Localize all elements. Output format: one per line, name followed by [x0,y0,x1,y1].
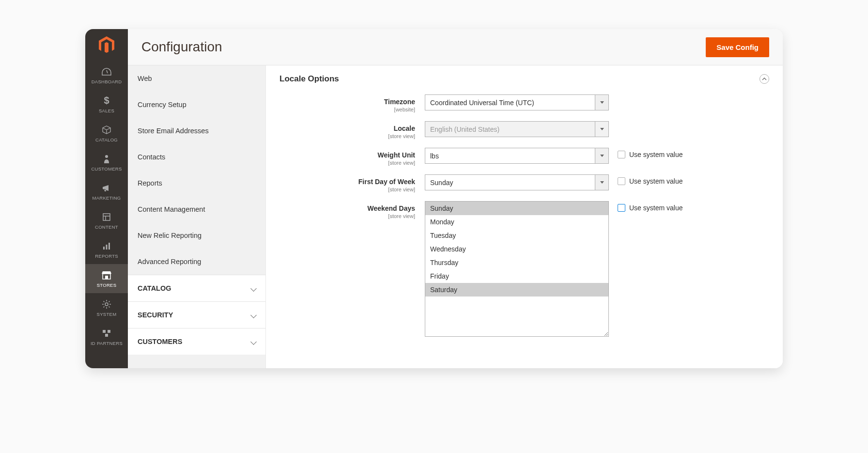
main-area: Configuration Save Config WebCurrency Se… [128,29,783,368]
field-scope: [store view] [279,187,415,192]
field-label: Locale [394,125,415,132]
config-group-security[interactable]: SECURITY [128,301,265,328]
svg-rect-11 [108,330,110,333]
content: WebCurrency SetupStore Email AddressesCo… [128,65,783,368]
config-tabs: WebCurrency SetupStore Email AddressesCo… [128,65,266,368]
config-tab-contacts[interactable]: Contacts [128,144,265,170]
chevron-down-icon [595,175,608,190]
use-system-checkbox-firstday[interactable] [618,177,625,185]
weekend-option-sunday[interactable]: Sunday [425,202,608,215]
chevron-down-icon [595,148,608,163]
gear-icon [102,299,111,310]
nav-label: CATALOG [95,137,118,142]
nav-item-content[interactable]: CONTENT [85,206,128,235]
nav-label: DASHBOARD [92,79,122,84]
config-group-catalog[interactable]: CATALOG [128,275,265,301]
weekend-option-tuesday[interactable]: Tuesday [425,229,608,242]
nav-item-id-partners[interactable]: ID PARTNERS [85,322,128,351]
chevron-down-icon [595,122,608,137]
svg-rect-4 [103,247,105,250]
app-frame: DASHBOARD$SALESCATALOGCUSTOMERSMARKETING… [85,29,783,368]
store-icon [101,270,112,281]
field-scope: [store view] [279,213,415,219]
chevron-down-icon [251,311,256,319]
nav-label: ID PARTNERS [91,341,123,346]
config-tab-advanced-reporting[interactable]: Advanced Reporting [128,249,265,275]
nav-label: CONTENT [95,224,118,230]
config-tab-currency-setup[interactable]: Currency Setup [128,92,265,118]
weight-unit-select[interactable]: lbs [425,148,609,164]
person-icon [103,154,110,164]
dollar-icon: $ [104,95,109,106]
nav-item-dashboard[interactable]: DASHBOARD [85,61,128,90]
nav-label: STORES [97,282,117,288]
nav-item-sales[interactable]: $SALES [85,90,128,119]
svg-rect-6 [108,243,110,250]
use-system-label: Use system value [629,151,682,158]
field-label: Weight Unit [377,151,415,159]
save-config-button[interactable]: Save Config [706,37,769,57]
field-label: Timezone [384,98,415,106]
magento-logo-icon [85,29,128,61]
use-system-checkbox-weight[interactable] [618,151,625,158]
dashboard-icon [101,66,112,77]
config-tab-store-email-addresses[interactable]: Store Email Addresses [128,118,265,144]
chevron-down-icon [595,95,608,110]
megaphone-icon [102,183,111,193]
field-scope: [store view] [279,160,415,166]
nav-item-system[interactable]: SYSTEM [85,293,128,322]
svg-rect-12 [105,334,108,337]
timezone-select[interactable]: Coordinated Universal Time (UTC) [425,94,609,110]
config-tab-web[interactable]: Web [128,65,265,92]
section-title: Locale Options [279,74,339,84]
bars-icon [102,241,111,251]
first-day-select[interactable]: Sunday [425,174,609,190]
weekend-option-saturday[interactable]: Saturday [425,283,608,297]
field-weight-unit: Weight Unit [store view] lbs Use system … [279,148,769,166]
field-scope: [website] [279,107,415,112]
svg-point-0 [105,155,108,158]
admin-nav: DASHBOARD$SALESCATALOGCUSTOMERSMARKETING… [85,29,128,368]
config-tab-content-management[interactable]: Content Management [128,196,265,222]
field-scope: [store view] [279,133,415,139]
svg-rect-1 [103,214,110,220]
settings-panel: Locale Options Timezone [website] Coordi… [266,65,783,368]
blocks-icon [102,328,111,339]
collapse-section-button[interactable] [760,74,769,84]
page-title: Configuration [141,39,222,55]
weekend-option-monday[interactable]: Monday [425,215,608,229]
nav-label: SALES [99,108,114,113]
nav-label: SYSTEM [97,312,117,317]
use-system-checkbox-weekend[interactable] [618,204,625,212]
weekend-option-wednesday[interactable]: Wednesday [425,242,608,256]
chevron-down-icon [251,284,256,292]
weekend-option-thursday[interactable]: Thursday [425,256,608,269]
nav-item-stores[interactable]: STORES [85,264,128,293]
nav-label: MARKETING [92,195,121,201]
config-tab-new-relic-reporting[interactable]: New Relic Reporting [128,222,265,249]
weekend-option-friday[interactable]: Friday [425,269,608,283]
nav-item-customers[interactable]: CUSTOMERS [85,148,128,177]
field-label: First Day of Week [358,178,415,186]
config-group-customers[interactable]: CUSTOMERS [128,328,265,355]
svg-point-9 [105,303,108,306]
nav-item-catalog[interactable]: CATALOG [85,119,128,148]
box-icon [102,125,111,135]
nav-item-marketing[interactable]: MARKETING [85,177,128,206]
field-weekend-days: Weekend Days [store view] SundayMondayTu… [279,201,769,337]
chevron-down-icon [251,338,256,345]
section-header: Locale Options [279,74,769,84]
weekend-days-multiselect[interactable]: SundayMondayTuesdayWednesdayThursdayFrid… [425,201,609,337]
use-system-label: Use system value [629,204,682,212]
field-first-day: First Day of Week [store view] Sunday Us… [279,174,769,192]
nav-item-reports[interactable]: REPORTS [85,235,128,264]
field-timezone: Timezone [website] Coordinated Universal… [279,94,769,112]
svg-rect-8 [105,276,108,279]
field-locale: Locale [store view] English (United Stat… [279,121,769,139]
config-tab-reports[interactable]: Reports [128,170,265,196]
layout-icon [102,212,111,222]
locale-select: English (United States) [425,121,609,137]
svg-rect-5 [106,245,108,250]
field-label: Weekend Days [367,204,415,212]
use-system-label: Use system value [629,177,682,185]
